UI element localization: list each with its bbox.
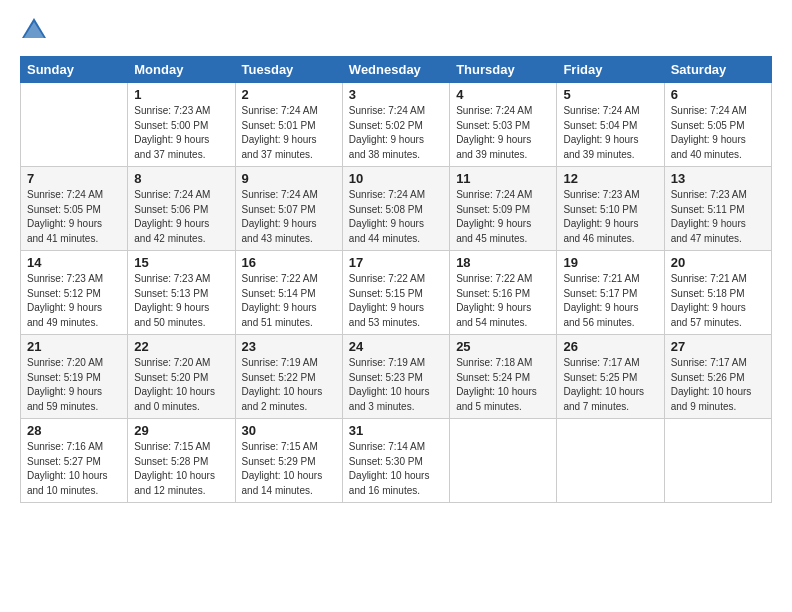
day-info: Sunrise: 7:24 AM Sunset: 5:05 PM Dayligh… — [27, 188, 121, 246]
day-info: Sunrise: 7:17 AM Sunset: 5:25 PM Dayligh… — [563, 356, 657, 414]
day-info: Sunrise: 7:18 AM Sunset: 5:24 PM Dayligh… — [456, 356, 550, 414]
day-number: 16 — [242, 255, 336, 270]
day-info: Sunrise: 7:19 AM Sunset: 5:22 PM Dayligh… — [242, 356, 336, 414]
calendar-cell — [21, 83, 128, 167]
day-info: Sunrise: 7:22 AM Sunset: 5:16 PM Dayligh… — [456, 272, 550, 330]
day-number: 8 — [134, 171, 228, 186]
calendar-cell: 28Sunrise: 7:16 AM Sunset: 5:27 PM Dayli… — [21, 419, 128, 503]
day-info: Sunrise: 7:24 AM Sunset: 5:07 PM Dayligh… — [242, 188, 336, 246]
calendar-cell: 8Sunrise: 7:24 AM Sunset: 5:06 PM Daylig… — [128, 167, 235, 251]
calendar-cell — [450, 419, 557, 503]
day-number: 31 — [349, 423, 443, 438]
col-header-wednesday: Wednesday — [342, 57, 449, 83]
day-number: 9 — [242, 171, 336, 186]
col-header-saturday: Saturday — [664, 57, 771, 83]
day-number: 4 — [456, 87, 550, 102]
col-header-monday: Monday — [128, 57, 235, 83]
day-info: Sunrise: 7:24 AM Sunset: 5:05 PM Dayligh… — [671, 104, 765, 162]
col-header-thursday: Thursday — [450, 57, 557, 83]
calendar-row-1: 1Sunrise: 7:23 AM Sunset: 5:00 PM Daylig… — [21, 83, 772, 167]
calendar-row-3: 14Sunrise: 7:23 AM Sunset: 5:12 PM Dayli… — [21, 251, 772, 335]
day-info: Sunrise: 7:24 AM Sunset: 5:01 PM Dayligh… — [242, 104, 336, 162]
day-info: Sunrise: 7:23 AM Sunset: 5:13 PM Dayligh… — [134, 272, 228, 330]
day-number: 20 — [671, 255, 765, 270]
calendar-cell: 2Sunrise: 7:24 AM Sunset: 5:01 PM Daylig… — [235, 83, 342, 167]
day-number: 10 — [349, 171, 443, 186]
day-number: 30 — [242, 423, 336, 438]
day-info: Sunrise: 7:24 AM Sunset: 5:02 PM Dayligh… — [349, 104, 443, 162]
day-info: Sunrise: 7:20 AM Sunset: 5:20 PM Dayligh… — [134, 356, 228, 414]
calendar-cell: 15Sunrise: 7:23 AM Sunset: 5:13 PM Dayli… — [128, 251, 235, 335]
day-info: Sunrise: 7:23 AM Sunset: 5:10 PM Dayligh… — [563, 188, 657, 246]
col-header-sunday: Sunday — [21, 57, 128, 83]
calendar-cell: 16Sunrise: 7:22 AM Sunset: 5:14 PM Dayli… — [235, 251, 342, 335]
day-number: 23 — [242, 339, 336, 354]
day-info: Sunrise: 7:24 AM Sunset: 5:06 PM Dayligh… — [134, 188, 228, 246]
day-number: 18 — [456, 255, 550, 270]
day-number: 12 — [563, 171, 657, 186]
calendar-cell: 27Sunrise: 7:17 AM Sunset: 5:26 PM Dayli… — [664, 335, 771, 419]
calendar-cell: 17Sunrise: 7:22 AM Sunset: 5:15 PM Dayli… — [342, 251, 449, 335]
calendar-cell — [664, 419, 771, 503]
calendar-cell: 25Sunrise: 7:18 AM Sunset: 5:24 PM Dayli… — [450, 335, 557, 419]
page: SundayMondayTuesdayWednesdayThursdayFrid… — [0, 0, 792, 612]
day-number: 28 — [27, 423, 121, 438]
day-number: 15 — [134, 255, 228, 270]
calendar-row-2: 7Sunrise: 7:24 AM Sunset: 5:05 PM Daylig… — [21, 167, 772, 251]
day-number: 26 — [563, 339, 657, 354]
calendar-cell: 21Sunrise: 7:20 AM Sunset: 5:19 PM Dayli… — [21, 335, 128, 419]
col-header-tuesday: Tuesday — [235, 57, 342, 83]
col-header-friday: Friday — [557, 57, 664, 83]
day-info: Sunrise: 7:24 AM Sunset: 5:08 PM Dayligh… — [349, 188, 443, 246]
logo-icon — [20, 16, 48, 44]
day-number: 7 — [27, 171, 121, 186]
day-info: Sunrise: 7:24 AM Sunset: 5:09 PM Dayligh… — [456, 188, 550, 246]
calendar-cell: 3Sunrise: 7:24 AM Sunset: 5:02 PM Daylig… — [342, 83, 449, 167]
day-info: Sunrise: 7:21 AM Sunset: 5:17 PM Dayligh… — [563, 272, 657, 330]
day-info: Sunrise: 7:22 AM Sunset: 5:15 PM Dayligh… — [349, 272, 443, 330]
day-info: Sunrise: 7:20 AM Sunset: 5:19 PM Dayligh… — [27, 356, 121, 414]
calendar-cell: 1Sunrise: 7:23 AM Sunset: 5:00 PM Daylig… — [128, 83, 235, 167]
calendar-header-row: SundayMondayTuesdayWednesdayThursdayFrid… — [21, 57, 772, 83]
day-info: Sunrise: 7:21 AM Sunset: 5:18 PM Dayligh… — [671, 272, 765, 330]
day-number: 5 — [563, 87, 657, 102]
calendar-cell: 10Sunrise: 7:24 AM Sunset: 5:08 PM Dayli… — [342, 167, 449, 251]
day-info: Sunrise: 7:24 AM Sunset: 5:04 PM Dayligh… — [563, 104, 657, 162]
calendar-cell: 24Sunrise: 7:19 AM Sunset: 5:23 PM Dayli… — [342, 335, 449, 419]
day-number: 25 — [456, 339, 550, 354]
calendar-cell: 13Sunrise: 7:23 AM Sunset: 5:11 PM Dayli… — [664, 167, 771, 251]
day-info: Sunrise: 7:17 AM Sunset: 5:26 PM Dayligh… — [671, 356, 765, 414]
day-number: 27 — [671, 339, 765, 354]
calendar-row-5: 28Sunrise: 7:16 AM Sunset: 5:27 PM Dayli… — [21, 419, 772, 503]
header — [20, 16, 772, 44]
day-info: Sunrise: 7:22 AM Sunset: 5:14 PM Dayligh… — [242, 272, 336, 330]
calendar-cell: 11Sunrise: 7:24 AM Sunset: 5:09 PM Dayli… — [450, 167, 557, 251]
day-number: 6 — [671, 87, 765, 102]
day-number: 24 — [349, 339, 443, 354]
calendar-cell: 18Sunrise: 7:22 AM Sunset: 5:16 PM Dayli… — [450, 251, 557, 335]
calendar-cell: 20Sunrise: 7:21 AM Sunset: 5:18 PM Dayli… — [664, 251, 771, 335]
day-number: 17 — [349, 255, 443, 270]
calendar-cell: 9Sunrise: 7:24 AM Sunset: 5:07 PM Daylig… — [235, 167, 342, 251]
day-number: 21 — [27, 339, 121, 354]
day-number: 11 — [456, 171, 550, 186]
calendar-cell: 31Sunrise: 7:14 AM Sunset: 5:30 PM Dayli… — [342, 419, 449, 503]
calendar-cell: 12Sunrise: 7:23 AM Sunset: 5:10 PM Dayli… — [557, 167, 664, 251]
calendar-cell: 7Sunrise: 7:24 AM Sunset: 5:05 PM Daylig… — [21, 167, 128, 251]
calendar-cell: 19Sunrise: 7:21 AM Sunset: 5:17 PM Dayli… — [557, 251, 664, 335]
calendar-cell: 26Sunrise: 7:17 AM Sunset: 5:25 PM Dayli… — [557, 335, 664, 419]
calendar-cell: 6Sunrise: 7:24 AM Sunset: 5:05 PM Daylig… — [664, 83, 771, 167]
calendar-cell: 22Sunrise: 7:20 AM Sunset: 5:20 PM Dayli… — [128, 335, 235, 419]
day-info: Sunrise: 7:14 AM Sunset: 5:30 PM Dayligh… — [349, 440, 443, 498]
calendar-cell: 5Sunrise: 7:24 AM Sunset: 5:04 PM Daylig… — [557, 83, 664, 167]
calendar-cell: 30Sunrise: 7:15 AM Sunset: 5:29 PM Dayli… — [235, 419, 342, 503]
day-info: Sunrise: 7:24 AM Sunset: 5:03 PM Dayligh… — [456, 104, 550, 162]
day-number: 13 — [671, 171, 765, 186]
logo — [20, 16, 52, 44]
day-number: 2 — [242, 87, 336, 102]
day-info: Sunrise: 7:19 AM Sunset: 5:23 PM Dayligh… — [349, 356, 443, 414]
day-number: 14 — [27, 255, 121, 270]
day-info: Sunrise: 7:15 AM Sunset: 5:29 PM Dayligh… — [242, 440, 336, 498]
calendar-cell: 4Sunrise: 7:24 AM Sunset: 5:03 PM Daylig… — [450, 83, 557, 167]
calendar-cell — [557, 419, 664, 503]
